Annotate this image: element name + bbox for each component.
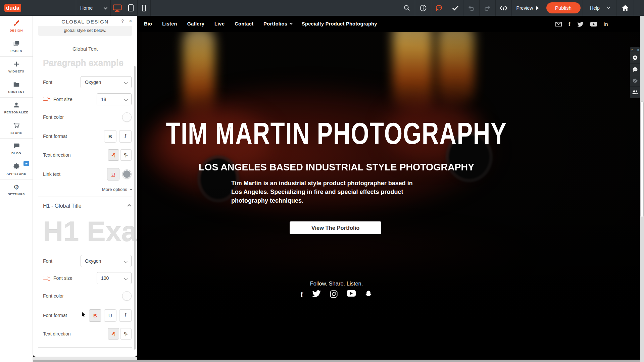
panel-header: GLOBAL DESIGN ? ×: [33, 16, 137, 26]
h1-italic-toggle[interactable]: I: [119, 309, 132, 322]
pilcrow-icon: ¶: [124, 331, 127, 337]
code-icon: [500, 5, 508, 11]
hide-comments-button[interactable]: [630, 75, 640, 87]
youtube-icon[interactable]: [590, 22, 597, 27]
feedback-button[interactable]: [431, 0, 447, 16]
instagram-icon[interactable]: [330, 290, 338, 299]
redo-icon: [484, 5, 491, 11]
site-header-social: f in: [555, 21, 608, 28]
dashboard-home-button[interactable]: [616, 0, 634, 16]
panel-help-icon[interactable]: ?: [121, 18, 124, 24]
font-color-swatch[interactable]: [122, 112, 132, 122]
sidebar-item-store[interactable]: STORE: [0, 118, 33, 139]
h1-font-format-row: Font format B U I: [43, 309, 132, 322]
nav-item-portfolios[interactable]: Portfolios: [263, 21, 292, 27]
h1-font-size-select[interactable]: 100: [97, 272, 132, 284]
search-icon: [404, 5, 410, 11]
sidebar-item-app-store[interactable]: ★ APP STORE: [0, 159, 33, 179]
cart-icon: [13, 122, 20, 129]
ltr-toggle[interactable]: ◂¶: [108, 149, 119, 161]
preview-button[interactable]: Preview: [511, 0, 544, 16]
twitter-icon[interactable]: [577, 22, 584, 27]
comment-bubble-icon: [436, 5, 443, 11]
redo-button[interactable]: [479, 0, 495, 16]
home-icon: [622, 5, 629, 11]
close-icon[interactable]: ×: [637, 48, 639, 52]
info-icon: [420, 5, 427, 11]
linkedin-icon[interactable]: in: [604, 21, 608, 27]
person-icon: [13, 101, 20, 109]
font-label: Font: [43, 258, 52, 264]
sidebar-item-label: PERSONALIZE: [4, 110, 29, 114]
link-color-swatch[interactable]: [122, 169, 132, 179]
rtl-toggle[interactable]: ¶▸: [120, 149, 132, 161]
email-icon[interactable]: [555, 22, 562, 27]
desktop-view-button[interactable]: [110, 0, 124, 16]
italic-toggle[interactable]: I: [119, 130, 132, 143]
save-check-button[interactable]: [447, 0, 463, 16]
publish-button[interactable]: Publish: [546, 2, 581, 13]
h1-section-header[interactable]: H1 - Global Title: [43, 203, 131, 209]
sidebar-item-personalize[interactable]: PERSONALIZE: [0, 98, 33, 118]
h1-font-color-swatch[interactable]: [122, 291, 132, 301]
italic-glyph: I: [125, 133, 126, 139]
text-direction-row: Text direction ◂¶ ¶▸: [43, 149, 132, 161]
add-comment-button[interactable]: [630, 52, 640, 64]
nav-item-live[interactable]: Live: [214, 21, 225, 27]
hero-description: Tim Martin is an industrial style produc…: [231, 179, 421, 205]
tablet-view-button[interactable]: [124, 0, 137, 16]
new-badge: ★: [23, 161, 29, 166]
h1-font-select[interactable]: Oxygen: [81, 255, 132, 267]
search-button[interactable]: [399, 0, 415, 16]
browser-scrollbar[interactable]: [640, 16, 644, 362]
nav-item-contact[interactable]: Contact: [235, 21, 253, 27]
h1-underline-toggle[interactable]: U: [104, 309, 116, 322]
help-icon[interactable]: ?: [631, 48, 633, 52]
snapchat-icon[interactable]: [365, 290, 372, 299]
facebook-icon[interactable]: f: [568, 21, 571, 28]
nav-label: Listen: [162, 21, 177, 27]
sidebar-item-settings[interactable]: ⚙ SETTINGS: [0, 179, 33, 200]
collaborators-button[interactable]: [630, 87, 640, 98]
nav-item-bio[interactable]: Bio: [144, 21, 152, 27]
link-underline-toggle[interactable]: U: [107, 168, 119, 180]
hero-title: TIM MARTIN PHOTOGRAPHY: [100, 116, 573, 151]
facebook-icon[interactable]: f: [301, 290, 303, 299]
scrollbar-thumb[interactable]: [640, 101, 644, 217]
help-dropdown[interactable]: Help: [583, 0, 616, 16]
font-size-select[interactable]: 18: [97, 93, 132, 105]
sidebar-item-content[interactable]: CONTENT: [0, 77, 33, 98]
sidebar-item-widgets[interactable]: WIDGETS: [0, 57, 33, 77]
font-select[interactable]: Oxygen: [81, 76, 132, 88]
undo-button[interactable]: [463, 0, 479, 16]
close-icon[interactable]: ×: [129, 18, 132, 24]
sidebar-item-blog[interactable]: BLOG: [0, 139, 33, 159]
nav-label: Gallery: [187, 21, 204, 27]
font-size-row: Font size 18: [43, 93, 132, 105]
chevron-down-icon: [607, 6, 610, 9]
h1-ltr-toggle[interactable]: ◂¶: [108, 328, 119, 340]
sidebar-item-pages[interactable]: PAGES: [0, 36, 33, 57]
nav-item-listen[interactable]: Listen: [162, 21, 177, 27]
page-selector-dropdown[interactable]: Home: [76, 0, 110, 16]
view-portfolio-button[interactable]: View The Portfolio: [290, 221, 381, 234]
mobile-view-button[interactable]: [137, 0, 151, 16]
duda-logo: duda: [4, 4, 21, 12]
dev-mode-button[interactable]: [495, 0, 511, 16]
bold-toggle[interactable]: B: [104, 130, 116, 143]
mouse-cursor: [82, 311, 87, 318]
panel-scrollbar[interactable]: [134, 66, 136, 350]
twitter-icon[interactable]: [312, 290, 321, 299]
youtube-icon[interactable]: [347, 290, 356, 299]
add-comment-icon: [632, 55, 638, 61]
more-options-link[interactable]: More options: [102, 187, 132, 192]
show-comments-button[interactable]: [630, 64, 640, 75]
sidebar-item-design[interactable]: DESIGN: [0, 16, 33, 36]
h1-rtl-toggle[interactable]: ¶▸: [120, 328, 132, 340]
nav-item-specialty[interactable]: Specialty Product Photography: [302, 21, 377, 27]
info-button[interactable]: [415, 0, 431, 16]
nav-item-gallery[interactable]: Gallery: [187, 21, 204, 27]
sidebar-item-label: BLOG: [11, 151, 21, 155]
speech-bubble-icon: [13, 142, 20, 150]
h1-bold-toggle[interactable]: B: [89, 309, 101, 322]
